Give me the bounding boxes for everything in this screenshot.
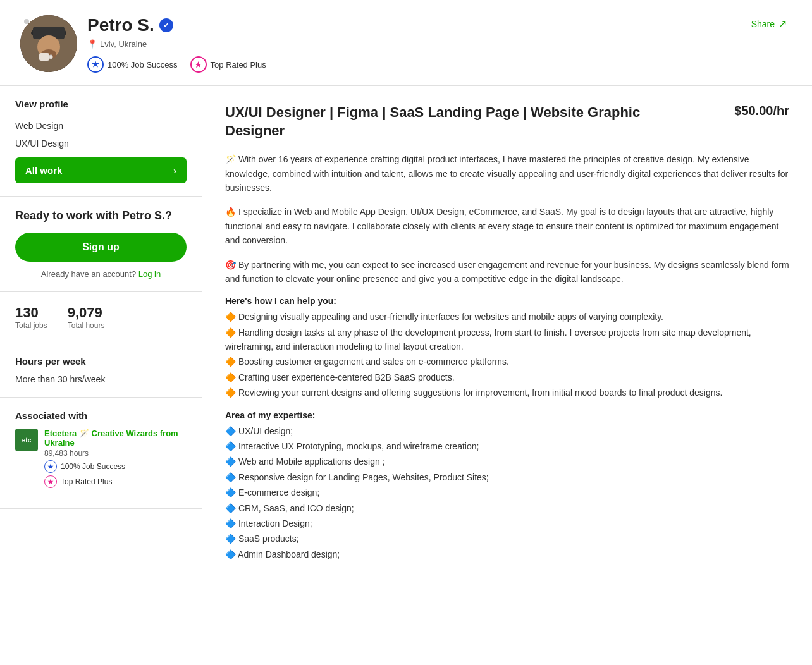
company-hours: 89,483 hours [44,449,187,458]
total-hours-stat: 9,079 Total hours [68,305,105,330]
location-text: Lviv, Ukraine [100,39,147,49]
company-top-rated-row: Top Rated Plus [44,475,187,488]
sidebar-item-web-design[interactable]: Web Design [15,117,187,135]
login-link[interactable]: Log in [138,269,161,279]
list-item: 🔷 SaaS products; [225,532,789,546]
list-item: 🔷 UX/UI design; [225,424,789,438]
total-jobs-number: 130 [15,305,47,321]
list-item: 🔷 Interaction Design; [225,516,789,530]
list-item: 🔷 Responsive design for Landing Pages, W… [225,470,789,484]
svg-rect-6 [49,55,52,59]
location-row: 📍 Lviv, Ukraine [87,39,266,49]
company-job-success-label: 100% Job Success [61,462,125,471]
list-item: 🔷 Interactive UX Prototyping, mockups, a… [225,439,789,453]
total-jobs-stat: 130 Total jobs [15,305,47,330]
profile-info: Petro S. ✓ 📍 Lviv, Ukraine 100% Job Succ… [87,15,266,73]
avatar-wrapper [20,15,77,72]
list-item: 🔶 Crafting user experience-centered B2B … [225,370,789,384]
associated-title: Associated with [15,410,187,421]
company-top-rated-label: Top Rated Plus [61,477,112,486]
sidebar: View profile Web Design UX/UI Design All… [0,86,202,662]
avatar [20,15,77,72]
job-success-badge: 100% Job Success [87,56,178,73]
job-title-row: UX/UI Designer | Figma | SaaS Landing Pa… [225,104,789,140]
name-row: Petro S. ✓ [87,15,266,35]
company-info: etc Etcetera 🪄 Creative Wizards from Ukr… [15,429,187,488]
job-title: UX/UI Designer | Figma | SaaS Landing Pa… [225,104,668,140]
list-item: 🔶 Boosting customer engagement and sales… [225,355,789,369]
total-jobs-label: Total jobs [15,321,47,330]
list-item: 🔷 Web and Mobile applications design ; [225,455,789,468]
cta-title: Ready to work with Petro S.? [15,209,187,223]
bio-paragraph-1: 🪄 With over 16 years of experience craft… [225,152,789,195]
how-i-help-list: 🔶 Designing visually appealing and user-… [225,310,789,400]
share-button[interactable]: Share ↗ [746,15,792,32]
view-profile-section: View profile Web Design UX/UI Design All… [0,86,202,197]
hourly-rate: $50.00/hr [734,104,789,118]
sidebar-item-uxui-design[interactable]: UX/UI Design [15,135,187,152]
badges-row: 100% Job Success Top Rated Plus [87,56,266,73]
list-item: 🔶 Designing visually appealing and user-… [225,310,789,324]
list-item: 🔶 Handling design tasks at any phase of … [225,326,789,354]
expertise-heading: Area of my expertise: [225,410,789,420]
associated-section: Associated with etc Etcetera 🪄 Creative … [0,398,202,509]
chevron-right-icon: › [173,165,176,176]
top-rated-icon [190,56,207,73]
verified-badge: ✓ [159,18,173,32]
company-job-success-row: 100% Job Success [44,460,187,473]
company-top-rated-icon [44,475,57,488]
company-job-success-icon [44,460,57,473]
bio-paragraph-3: 🎯 By partnering with me, you can expect … [225,258,789,286]
job-success-icon [87,56,104,73]
list-item: 🔷 E-commerce design; [225,485,789,499]
main-layout: View profile Web Design UX/UI Design All… [0,86,812,662]
list-item: 🔷 Admin Dashboard design; [225,547,789,561]
avatar-image [20,15,77,72]
total-hours-label: Total hours [68,321,105,330]
header-left: Petro S. ✓ 📍 Lviv, Ukraine 100% Job Succ… [20,15,266,73]
login-text: Already have an account? Log in [15,269,187,279]
how-i-help-heading: Here's how I can help you: [225,296,789,306]
view-profile-title: View profile [15,99,187,109]
top-rated-label: Top Rated Plus [211,60,266,70]
svg-rect-5 [39,53,49,61]
cta-section: Ready to work with Petro S.? Sign up Alr… [0,197,202,292]
all-work-button[interactable]: All work › [15,157,187,183]
job-success-label: 100% Job Success [108,60,178,70]
expertise-list: 🔷 UX/UI design; 🔷 Interactive UX Prototy… [225,424,789,562]
company-name[interactable]: Etcetera 🪄 Creative Wizards from Ukraine [44,429,187,448]
stats-row: 130 Total jobs 9,079 Total hours [15,305,187,330]
profile-name: Petro S. [87,15,154,35]
list-item: 🔶 Reviewing your current designs and off… [225,386,789,400]
stats-section: 130 Total jobs 9,079 Total hours [0,292,202,343]
hours-title: Hours per week [15,356,187,367]
share-icon: ↗ [778,18,787,30]
share-label: Share [751,19,775,29]
company-logo: etc [15,429,38,451]
bio-paragraph-2: 🔥 I specialize in Web and Mobile App Des… [225,205,789,247]
content-area: UX/UI Designer | Figma | SaaS Landing Pa… [202,86,812,662]
location-icon: 📍 [87,39,97,49]
company-details: Etcetera 🪄 Creative Wizards from Ukraine… [44,429,187,488]
hours-section: Hours per week More than 30 hrs/week [0,343,202,398]
hours-value: More than 30 hrs/week [15,374,187,384]
signup-button[interactable]: Sign up [15,233,187,262]
list-item: 🔷 CRM, SaaS, and ICO design; [225,501,789,515]
top-rated-badge: Top Rated Plus [190,56,266,73]
profile-header: Petro S. ✓ 📍 Lviv, Ukraine 100% Job Succ… [0,0,812,86]
total-hours-number: 9,079 [68,305,105,321]
